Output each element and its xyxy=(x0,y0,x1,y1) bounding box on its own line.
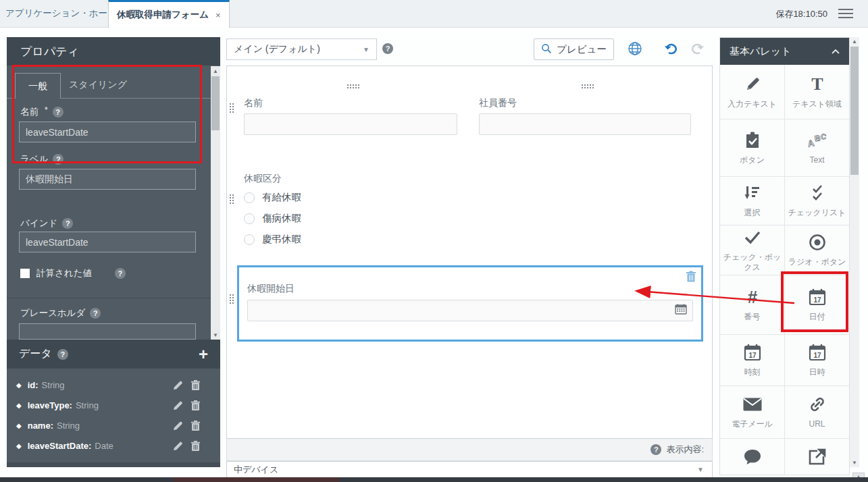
palette-item-checkbox[interactable]: チェック・ボックス xyxy=(720,225,784,275)
leave-start-date-label: 休暇開始日 xyxy=(247,283,295,295)
redo-icon[interactable] xyxy=(691,42,706,58)
palette-item-number[interactable]: #番号 xyxy=(720,275,784,334)
radio-option-label: 傷病休暇 xyxy=(262,212,301,225)
form-canvas[interactable]: 名前 社員番号 休暇区分 有給休暇傷病休暇慶弔休暇 休暇開始日 xyxy=(226,65,713,439)
palette-item-select[interactable]: 選択 xyxy=(720,177,784,225)
clipboard-check-icon xyxy=(744,131,761,150)
scrollbar-thumb[interactable] xyxy=(850,47,859,175)
radio-icon xyxy=(809,233,826,252)
edit-pencil-icon[interactable] xyxy=(173,380,183,390)
placeholder-input[interactable] xyxy=(19,323,196,340)
data-help-icon[interactable]: ? xyxy=(57,349,68,360)
data-field-list: ◆id:String◆leaveType:String◆name:String◆… xyxy=(7,375,209,456)
name-field-label: 名前* ? xyxy=(20,106,63,118)
bind-input[interactable] xyxy=(19,232,196,252)
properties-scrollbar[interactable]: ▲ ▼ xyxy=(211,66,220,340)
hamburger-menu-icon[interactable] xyxy=(838,9,853,21)
name-help-icon[interactable]: ? xyxy=(53,107,63,117)
selected-date-widget[interactable]: 休暇開始日 xyxy=(237,265,703,342)
label-help-icon[interactable]: ? xyxy=(53,154,63,165)
name-input[interactable] xyxy=(19,122,196,142)
edit-pencil-icon[interactable] xyxy=(173,441,183,451)
delete-trash-icon[interactable] xyxy=(191,400,200,410)
palette-item-checklist[interactable]: チェックリスト xyxy=(785,177,849,225)
display-help-icon[interactable]: ? xyxy=(650,444,661,455)
view-selector-dropdown[interactable]: メイン (デフォルト) ▼ xyxy=(226,38,377,60)
radio-circle-icon[interactable] xyxy=(244,234,255,245)
calculated-help-icon[interactable]: ? xyxy=(115,268,126,279)
tab-close-icon[interactable]: × xyxy=(215,10,221,20)
palette-item-label: チェック・ボックス xyxy=(722,252,782,273)
edit-pencil-icon[interactable] xyxy=(173,400,183,410)
placeholder-help-icon[interactable]: ? xyxy=(90,308,101,319)
text-t-icon: T xyxy=(809,75,826,94)
palette-item-url[interactable]: URL xyxy=(785,386,849,438)
hash-icon: # xyxy=(744,288,761,306)
palette-item-external-link[interactable] xyxy=(785,439,849,475)
preview-button[interactable]: プレビュー xyxy=(534,38,614,60)
data-panel: データ ? + ◆id:String◆leaveType:String◆name… xyxy=(7,340,220,467)
svg-text:#: # xyxy=(747,288,757,306)
palette-header[interactable]: 基本パレット xyxy=(720,38,849,65)
label-input[interactable] xyxy=(19,169,196,190)
palette-item-input-text[interactable]: 入力テキスト xyxy=(720,65,784,119)
column-drag-handle-icon[interactable] xyxy=(347,84,361,90)
palette-item-time[interactable]: 17時刻 xyxy=(720,335,784,385)
diamond-icon: ◆ xyxy=(16,442,22,450)
palette-item-label: 時刻 xyxy=(744,367,761,377)
scroll-up-icon[interactable]: ▲ xyxy=(211,66,220,76)
scroll-up-icon[interactable]: ▲ xyxy=(850,37,859,46)
delete-trash-icon[interactable] xyxy=(191,441,200,451)
tab-styling[interactable]: スタイリング xyxy=(69,79,127,91)
tab-leave-request-form[interactable]: 休暇取得申請フォーム × xyxy=(108,0,230,28)
palette-item-datetime[interactable]: 17日時 xyxy=(785,335,849,385)
radio-circle-icon[interactable] xyxy=(244,213,255,224)
calculated-value-checkbox[interactable] xyxy=(20,269,30,278)
save-status: 保存18:10:50 xyxy=(775,8,827,20)
svg-text:17: 17 xyxy=(813,352,821,359)
calendar-icon[interactable] xyxy=(675,304,687,317)
radio-option-2[interactable]: 傷病休暇 xyxy=(244,212,301,225)
radio-circle-icon[interactable] xyxy=(244,192,255,203)
bind-help-icon[interactable]: ? xyxy=(62,218,73,229)
globe-icon[interactable] xyxy=(628,41,642,59)
palette-item-email[interactable]: 電子メール xyxy=(720,386,784,438)
add-data-field-button[interactable]: + xyxy=(199,346,208,363)
name-field-canvas-input[interactable] xyxy=(244,113,457,135)
device-selector-dropdown[interactable]: 中デバイス ▼ xyxy=(226,461,713,478)
radio-option-1[interactable]: 有給休暇 xyxy=(244,191,301,204)
palette-item-text-area[interactable]: Tテキスト領域 xyxy=(785,65,849,119)
tab-general[interactable]: 一般 xyxy=(15,73,61,99)
employee-number-input[interactable] xyxy=(479,113,691,135)
leave-start-date-input[interactable] xyxy=(247,300,693,321)
chevron-down-icon: ▼ xyxy=(363,46,369,53)
scroll-down-icon[interactable]: ▼ xyxy=(211,330,220,340)
view-help-icon[interactable]: ? xyxy=(382,43,393,54)
undo-icon[interactable] xyxy=(663,42,678,58)
data-field-name: id: xyxy=(28,380,39,390)
row-drag-handle-icon[interactable] xyxy=(230,194,235,205)
palette-item-button[interactable]: ボタン xyxy=(720,119,784,176)
scroll-down-icon[interactable]: ▼ xyxy=(850,458,859,467)
palette-item-radio-button[interactable]: ラジオ・ボタン xyxy=(785,225,849,275)
basic-palette-panel: 基本パレット 入力テキストTテキスト領域ボタンABCText選択チェックリストチ… xyxy=(719,37,850,475)
delete-widget-trash-icon[interactable] xyxy=(686,271,696,285)
edit-pencil-icon[interactable] xyxy=(173,421,183,431)
palette-scrollbar[interactable]: ▲ ▼ xyxy=(850,37,859,467)
abc-icon: ABC xyxy=(807,131,828,150)
chevron-down-icon: ▼ xyxy=(697,466,704,473)
palette-item-date[interactable]: 17日付 xyxy=(785,275,849,334)
row-drag-handle-icon[interactable] xyxy=(230,103,235,114)
delete-trash-icon[interactable] xyxy=(191,380,200,390)
tab-application-home[interactable]: アプリケーション・ホーム xyxy=(5,7,117,20)
radio-option-3[interactable]: 慶弔休暇 xyxy=(244,233,301,246)
palette-item-text[interactable]: ABCText xyxy=(785,119,849,176)
column-drag-handle-icon[interactable] xyxy=(582,84,595,90)
scrollbar-thumb[interactable] xyxy=(211,76,220,130)
row-drag-handle-icon[interactable] xyxy=(230,294,235,305)
delete-trash-icon[interactable] xyxy=(191,421,200,431)
calendar-17-icon: 17 xyxy=(809,343,826,362)
palette-item-comment[interactable] xyxy=(720,439,784,475)
collapse-chevron-icon[interactable] xyxy=(832,47,840,55)
palette-item-label: Text xyxy=(809,155,824,165)
